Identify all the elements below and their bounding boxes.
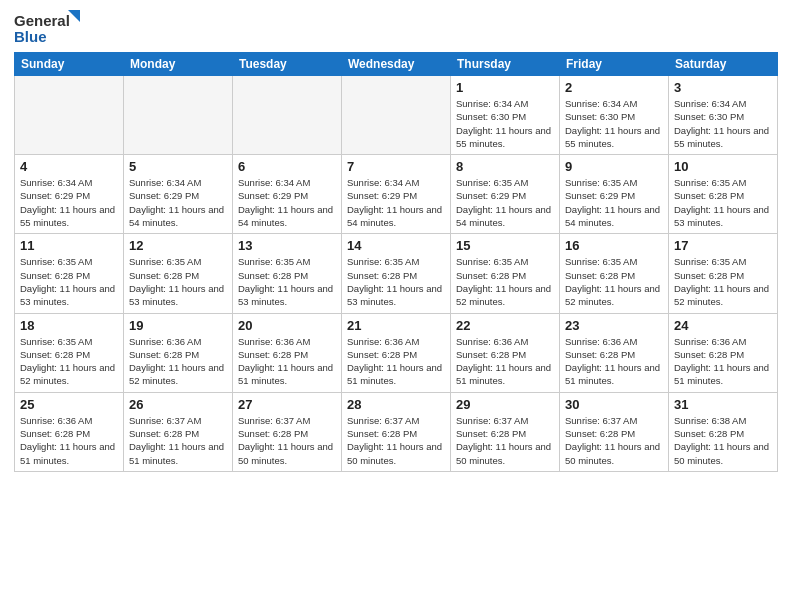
calendar-cell: 8Sunrise: 6:35 AM Sunset: 6:29 PM Daylig… [451,155,560,234]
day-detail: Sunrise: 6:37 AM Sunset: 6:28 PM Dayligh… [347,414,445,467]
day-detail: Sunrise: 6:35 AM Sunset: 6:28 PM Dayligh… [674,255,772,308]
day-detail: Sunrise: 6:35 AM Sunset: 6:28 PM Dayligh… [20,255,118,308]
day-number: 27 [238,397,336,412]
day-detail: Sunrise: 6:36 AM Sunset: 6:28 PM Dayligh… [20,414,118,467]
day-detail: Sunrise: 6:38 AM Sunset: 6:28 PM Dayligh… [674,414,772,467]
day-number: 8 [456,159,554,174]
calendar-cell: 5Sunrise: 6:34 AM Sunset: 6:29 PM Daylig… [124,155,233,234]
day-number: 26 [129,397,227,412]
dow-header-wednesday: Wednesday [342,53,451,76]
day-number: 4 [20,159,118,174]
day-detail: Sunrise: 6:34 AM Sunset: 6:29 PM Dayligh… [129,176,227,229]
calendar-cell: 24Sunrise: 6:36 AM Sunset: 6:28 PM Dayli… [669,313,778,392]
day-number: 14 [347,238,445,253]
calendar-cell: 23Sunrise: 6:36 AM Sunset: 6:28 PM Dayli… [560,313,669,392]
day-number: 10 [674,159,772,174]
days-of-week-row: SundayMondayTuesdayWednesdayThursdayFrid… [15,53,778,76]
calendar-cell: 28Sunrise: 6:37 AM Sunset: 6:28 PM Dayli… [342,392,451,471]
day-number: 5 [129,159,227,174]
day-detail: Sunrise: 6:34 AM Sunset: 6:29 PM Dayligh… [347,176,445,229]
calendar-cell: 21Sunrise: 6:36 AM Sunset: 6:28 PM Dayli… [342,313,451,392]
day-detail: Sunrise: 6:35 AM Sunset: 6:28 PM Dayligh… [456,255,554,308]
calendar-cell: 7Sunrise: 6:34 AM Sunset: 6:29 PM Daylig… [342,155,451,234]
day-number: 2 [565,80,663,95]
calendar-cell: 20Sunrise: 6:36 AM Sunset: 6:28 PM Dayli… [233,313,342,392]
day-number: 25 [20,397,118,412]
day-number: 6 [238,159,336,174]
day-detail: Sunrise: 6:36 AM Sunset: 6:28 PM Dayligh… [565,335,663,388]
day-detail: Sunrise: 6:34 AM Sunset: 6:29 PM Dayligh… [238,176,336,229]
day-number: 23 [565,318,663,333]
day-number: 3 [674,80,772,95]
day-detail: Sunrise: 6:35 AM Sunset: 6:29 PM Dayligh… [565,176,663,229]
calendar-cell: 1Sunrise: 6:34 AM Sunset: 6:30 PM Daylig… [451,76,560,155]
calendar-cell: 16Sunrise: 6:35 AM Sunset: 6:28 PM Dayli… [560,234,669,313]
day-detail: Sunrise: 6:36 AM Sunset: 6:28 PM Dayligh… [129,335,227,388]
calendar-body: 1Sunrise: 6:34 AM Sunset: 6:30 PM Daylig… [15,76,778,472]
dow-header-sunday: Sunday [15,53,124,76]
day-detail: Sunrise: 6:35 AM Sunset: 6:28 PM Dayligh… [565,255,663,308]
day-number: 15 [456,238,554,253]
week-row-5: 25Sunrise: 6:36 AM Sunset: 6:28 PM Dayli… [15,392,778,471]
day-number: 18 [20,318,118,333]
day-detail: Sunrise: 6:35 AM Sunset: 6:28 PM Dayligh… [129,255,227,308]
day-number: 30 [565,397,663,412]
day-detail: Sunrise: 6:34 AM Sunset: 6:30 PM Dayligh… [674,97,772,150]
calendar-cell: 22Sunrise: 6:36 AM Sunset: 6:28 PM Dayli… [451,313,560,392]
calendar-cell: 12Sunrise: 6:35 AM Sunset: 6:28 PM Dayli… [124,234,233,313]
day-number: 22 [456,318,554,333]
day-detail: Sunrise: 6:37 AM Sunset: 6:28 PM Dayligh… [456,414,554,467]
dow-header-friday: Friday [560,53,669,76]
calendar-cell: 14Sunrise: 6:35 AM Sunset: 6:28 PM Dayli… [342,234,451,313]
dow-header-thursday: Thursday [451,53,560,76]
day-number: 7 [347,159,445,174]
calendar-cell: 15Sunrise: 6:35 AM Sunset: 6:28 PM Dayli… [451,234,560,313]
calendar-cell [342,76,451,155]
day-number: 13 [238,238,336,253]
dow-header-monday: Monday [124,53,233,76]
calendar-cell: 2Sunrise: 6:34 AM Sunset: 6:30 PM Daylig… [560,76,669,155]
logo-icon: GeneralBlue [14,10,84,46]
calendar-cell [15,76,124,155]
calendar-cell: 18Sunrise: 6:35 AM Sunset: 6:28 PM Dayli… [15,313,124,392]
day-detail: Sunrise: 6:37 AM Sunset: 6:28 PM Dayligh… [129,414,227,467]
logo: GeneralBlue [14,10,84,46]
day-detail: Sunrise: 6:35 AM Sunset: 6:28 PM Dayligh… [347,255,445,308]
day-detail: Sunrise: 6:35 AM Sunset: 6:28 PM Dayligh… [674,176,772,229]
day-detail: Sunrise: 6:34 AM Sunset: 6:29 PM Dayligh… [20,176,118,229]
day-number: 9 [565,159,663,174]
header: GeneralBlue [14,10,778,46]
day-detail: Sunrise: 6:34 AM Sunset: 6:30 PM Dayligh… [456,97,554,150]
calendar-cell: 10Sunrise: 6:35 AM Sunset: 6:28 PM Dayli… [669,155,778,234]
day-detail: Sunrise: 6:36 AM Sunset: 6:28 PM Dayligh… [674,335,772,388]
day-detail: Sunrise: 6:34 AM Sunset: 6:30 PM Dayligh… [565,97,663,150]
calendar-cell: 31Sunrise: 6:38 AM Sunset: 6:28 PM Dayli… [669,392,778,471]
day-number: 20 [238,318,336,333]
calendar-cell: 19Sunrise: 6:36 AM Sunset: 6:28 PM Dayli… [124,313,233,392]
week-row-3: 11Sunrise: 6:35 AM Sunset: 6:28 PM Dayli… [15,234,778,313]
day-number: 16 [565,238,663,253]
calendar-cell: 4Sunrise: 6:34 AM Sunset: 6:29 PM Daylig… [15,155,124,234]
dow-header-saturday: Saturday [669,53,778,76]
calendar-cell: 27Sunrise: 6:37 AM Sunset: 6:28 PM Dayli… [233,392,342,471]
calendar-cell: 26Sunrise: 6:37 AM Sunset: 6:28 PM Dayli… [124,392,233,471]
day-number: 28 [347,397,445,412]
calendar-cell: 11Sunrise: 6:35 AM Sunset: 6:28 PM Dayli… [15,234,124,313]
day-number: 29 [456,397,554,412]
day-number: 24 [674,318,772,333]
day-number: 11 [20,238,118,253]
day-number: 19 [129,318,227,333]
calendar-cell [233,76,342,155]
svg-text:Blue: Blue [14,28,47,45]
calendar-cell: 6Sunrise: 6:34 AM Sunset: 6:29 PM Daylig… [233,155,342,234]
day-number: 21 [347,318,445,333]
day-number: 31 [674,397,772,412]
week-row-4: 18Sunrise: 6:35 AM Sunset: 6:28 PM Dayli… [15,313,778,392]
day-number: 1 [456,80,554,95]
week-row-2: 4Sunrise: 6:34 AM Sunset: 6:29 PM Daylig… [15,155,778,234]
day-detail: Sunrise: 6:37 AM Sunset: 6:28 PM Dayligh… [238,414,336,467]
svg-text:General: General [14,12,70,29]
day-detail: Sunrise: 6:37 AM Sunset: 6:28 PM Dayligh… [565,414,663,467]
day-number: 12 [129,238,227,253]
calendar-cell: 29Sunrise: 6:37 AM Sunset: 6:28 PM Dayli… [451,392,560,471]
